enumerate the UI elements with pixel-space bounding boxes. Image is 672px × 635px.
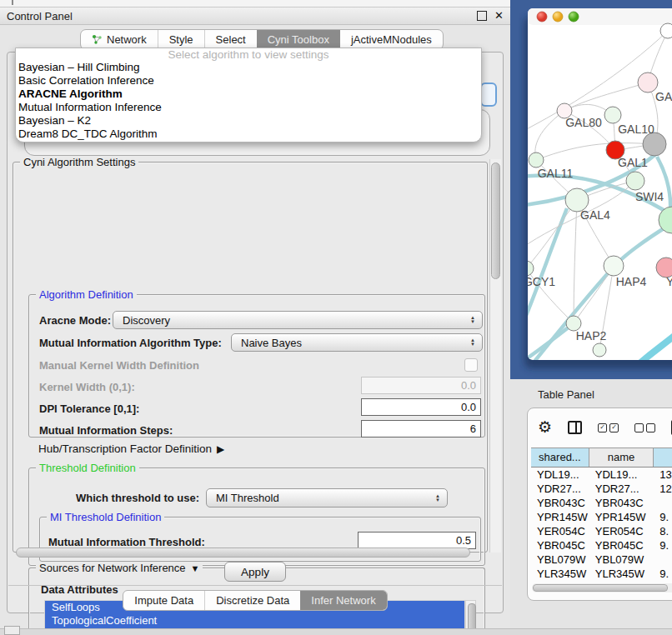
table-cell: YBR045C: [531, 538, 589, 552]
node-table: shared...name YDL19...YDL19...13YDR27...…: [531, 448, 672, 586]
algorithm-list: Bayesian – Hill ClimbingBasic Correlatio…: [16, 61, 481, 141]
table-cell: YPR145W: [589, 510, 654, 524]
apply-button[interactable]: Apply: [224, 562, 286, 582]
table-row[interactable]: YLR345WYLR345W9.: [531, 567, 672, 581]
attribute-topologicalcoefficient[interactable]: TopologicalCoefficient: [45, 614, 464, 628]
tab-discretize-data[interactable]: Discretize Data: [204, 591, 300, 610]
column-header-item[interactable]: [654, 448, 672, 467]
network-node-hap4[interactable]: [604, 256, 624, 276]
tab-impute-data[interactable]: Impute Data: [123, 591, 204, 610]
mi-algorithm-type-label: Mutual Information Algorithm Type:: [39, 337, 222, 349]
table-cell: YLR345W: [531, 567, 589, 581]
table-row[interactable]: YDR27...YDR27...12: [531, 482, 672, 496]
dpi-tolerance-label: DPI Tolerance [0,1]:: [39, 402, 139, 415]
table-cell: 9.: [654, 567, 672, 581]
algorithm-option-mutual-information-inference[interactable]: Mutual Information Inference: [16, 101, 481, 114]
screen: Control Panel ✕ NetworkStyleSelectCyni T…: [0, 0, 672, 635]
table-cell: YLR345W: [589, 567, 654, 581]
network-node-item[interactable]: [643, 132, 666, 156]
mi-steps-input[interactable]: 6: [361, 420, 481, 438]
table-row[interactable]: YBL079WYBL079W: [531, 552, 672, 567]
aracne-mode-value: Discovery: [113, 314, 466, 327]
network-node-item[interactable]: [660, 23, 672, 38]
node-label-gcy1: GCY1: [524, 275, 555, 288]
tab-infer-network[interactable]: Infer Network: [300, 591, 386, 610]
table-cell: YPR145W: [531, 510, 589, 524]
sources-group-title[interactable]: Sources for Network Inference▼: [36, 562, 203, 574]
table-cell: YDR27...: [589, 482, 654, 496]
table-row[interactable]: YPR145WYPR145W9.: [531, 510, 672, 524]
table-horizontal-scrollbar[interactable]: [532, 583, 672, 592]
algorithm-option-basic-correlation-inference[interactable]: Basic Correlation Inference: [16, 74, 481, 88]
network-node-gal1[interactable]: [626, 172, 644, 190]
node-label-gal10: GAL10: [618, 122, 654, 136]
tab-cyni-toolbox[interactable]: Cyni Toolbox: [257, 30, 340, 49]
mi-algorithm-type-select[interactable]: Naive Bayes ▲▼: [231, 333, 483, 352]
table-cell: YBL079W: [589, 552, 654, 567]
column-header-name[interactable]: name: [589, 448, 654, 467]
window-titlebar[interactable]: [528, 8, 672, 25]
stepper-arrows-icon: ▲▼: [431, 494, 447, 502]
table-panel-box: ⚙ ✓ ✓ shared...name YDL19...YDL19...13YD…: [527, 408, 672, 601]
algorithm-option-bayesian-hill-climbing[interactable]: Bayesian – Hill Climbing: [16, 61, 481, 74]
tab-jactivemnodules[interactable]: jActiveMNodules: [340, 30, 443, 49]
column-header-shared[interactable]: shared...: [531, 448, 589, 467]
node-label-gal80: GAL80: [565, 116, 602, 129]
control-panel-titlebar: Control Panel ✕: [0, 7, 510, 25]
algorithm-option-aracne-algorithm[interactable]: ARACNE Algorithm: [16, 88, 481, 101]
network-node-gal11[interactable]: [529, 152, 544, 168]
tab-label: Impute Data: [134, 594, 193, 607]
tab-network[interactable]: Network: [81, 30, 158, 49]
table-row[interactable]: YER054CYER054C8.: [531, 524, 672, 538]
settings-vertical-scrollbar[interactable]: [489, 159, 501, 552]
table-row[interactable]: YBR043CYBR043C: [531, 496, 672, 510]
window-minimize-button[interactable]: [553, 12, 563, 22]
hub-section-label: Hub/Transcription Factor Definition: [38, 442, 212, 455]
scrollbar-thumb[interactable]: [491, 162, 500, 279]
algorithm-option-dream8-dc-tdc-algorithm[interactable]: Dream8 DC_TDC Algorithm: [16, 128, 481, 141]
float-icon[interactable]: [477, 11, 487, 21]
bottom-tab-row: Impute DataDiscretize DataInfer Network: [8, 585, 502, 613]
network-node-gal10[interactable]: [604, 107, 621, 123]
table-panel: Table Panel ⚙ ✓ ✓ shared...name YDL19...…: [510, 379, 672, 628]
columns-icon[interactable]: [568, 421, 582, 434]
table-cell: 12: [654, 482, 672, 496]
collapse-icon: ▼: [191, 563, 200, 573]
dpi-tolerance-input[interactable]: 0.0: [361, 398, 481, 416]
table-row[interactable]: YBR045CYBR045C9.: [531, 538, 672, 552]
table-cell: YER054C: [531, 524, 589, 538]
algorithm-definition-group: Algorithm Definition Aracne Mode: Discov…: [28, 294, 485, 438]
table-row[interactable]: YDL19...YDL19...13: [531, 468, 672, 482]
manual-kernel-label: Manual Kernel Width Definition: [39, 359, 199, 372]
mi-threshold-input[interactable]: 0.5: [358, 532, 476, 549]
network-view-area: GALGAL80GAL10GAL1GAL11SWI4GAL4GCY1HAP4YH…: [510, 0, 672, 379]
settings-horizontal-scrollbar[interactable]: [16, 548, 470, 558]
aracne-mode-select[interactable]: Discovery ▲▼: [113, 311, 483, 329]
node-label-hap2: HAP2: [576, 329, 607, 342]
aracne-mode-label: Aracne Mode:: [39, 314, 111, 327]
table-header: shared...name: [531, 448, 672, 468]
mi-algorithm-type-value: Naive Bayes: [232, 337, 466, 349]
node-label-gal1: GAL1: [618, 156, 648, 169]
node-label-swi4: SWI4: [635, 190, 664, 203]
which-threshold-select[interactable]: MI Threshold ▲▼: [206, 488, 448, 508]
tab-label: Cyni Toolbox: [268, 33, 329, 46]
close-icon[interactable]: ✕: [494, 12, 504, 20]
tab-style[interactable]: Style: [158, 30, 204, 49]
corner-widget[interactable]: [4, 626, 20, 635]
stepper-arrows-icon: ▲▼: [466, 338, 482, 347]
deselect-all-icon[interactable]: [634, 423, 655, 432]
algorithm-option-bayesian-k2[interactable]: Bayesian – K2: [16, 114, 481, 128]
tab-select[interactable]: Select: [204, 30, 257, 49]
table-toolbar: ⚙ ✓ ✓: [538, 415, 672, 440]
window-close-button[interactable]: [537, 12, 547, 22]
scrollbar-thumb[interactable]: [533, 584, 668, 592]
gear-icon[interactable]: ⚙: [538, 419, 552, 436]
node-label-y: Y: [666, 275, 672, 288]
hub-section-toggle[interactable]: Hub/Transcription Factor Definition ▶: [38, 442, 224, 455]
select-all-icon[interactable]: ✓ ✓: [598, 423, 619, 432]
focused-combobox-fragment: [480, 82, 497, 107]
window-zoom-button[interactable]: [569, 12, 579, 22]
tab-label: Infer Network: [311, 594, 375, 607]
network-node-item[interactable]: [593, 343, 606, 357]
